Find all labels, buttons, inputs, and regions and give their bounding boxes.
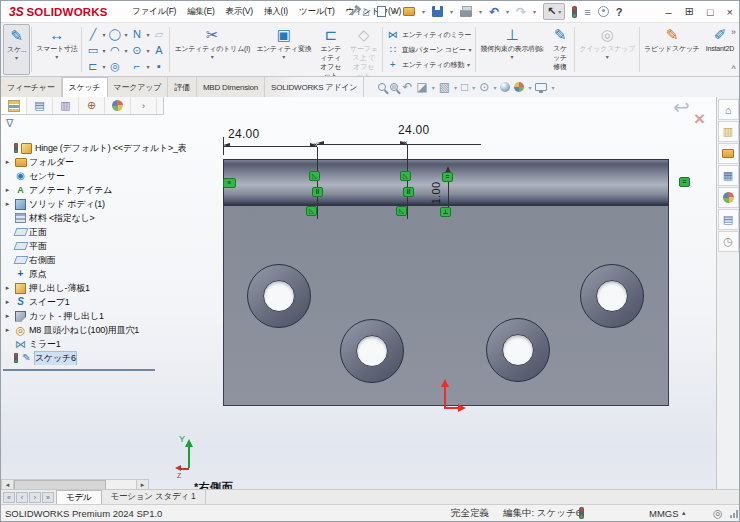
hide-show-items-icon[interactable]: ⊙ bbox=[479, 81, 489, 93]
propertymanager-tab[interactable]: ▤ bbox=[27, 97, 53, 114]
counterbore-hole[interactable] bbox=[340, 319, 404, 383]
relation-badge[interactable]: ≡ bbox=[223, 178, 236, 188]
tab-sketch[interactable]: スケッチ bbox=[62, 77, 108, 97]
dimxpert-tab[interactable]: ⊕ bbox=[79, 97, 105, 114]
select-tool-button[interactable]: ↖▾ bbox=[543, 3, 565, 20]
expand-icon[interactable]: ▸ bbox=[3, 326, 12, 334]
rapid-sketch-button[interactable]: ✎ ラピッドスケッチ bbox=[641, 24, 703, 75]
section-view-icon[interactable]: ◪ bbox=[416, 81, 427, 93]
scrollbar-track[interactable] bbox=[14, 480, 136, 489]
menu-file[interactable]: ファイル(F) bbox=[132, 6, 176, 18]
tree-horizontal-scrollbar[interactable]: ◂ ▸ bbox=[1, 479, 149, 489]
ribbon-collapse-button[interactable]: ^ bbox=[731, 64, 736, 74]
expand-panel-tabs[interactable]: › bbox=[131, 97, 157, 114]
dimension-left[interactable]: 24.00 bbox=[228, 127, 260, 141]
save-icon[interactable] bbox=[432, 6, 443, 17]
relation-badge[interactable]: ◺ bbox=[306, 206, 317, 216]
view-settings-icon[interactable] bbox=[535, 83, 547, 91]
counterbore-hole[interactable] bbox=[247, 264, 311, 328]
apply-scene-icon[interactable] bbox=[514, 82, 524, 92]
display-style-icon[interactable]: □ bbox=[461, 81, 468, 93]
expand-icon[interactable]: ▸ bbox=[3, 186, 12, 194]
perimeter-circle-icon[interactable]: ◎ bbox=[107, 59, 122, 73]
design-library-tab[interactable]: ▥ bbox=[718, 121, 739, 142]
tab-markup[interactable]: マークアップ bbox=[108, 77, 169, 97]
counterbore-hole[interactable] bbox=[580, 264, 644, 328]
rollback-bar[interactable] bbox=[3, 369, 155, 371]
rectangle-icon[interactable]: ▭ bbox=[85, 43, 100, 57]
options-icon[interactable]: ≡ bbox=[584, 6, 590, 18]
appearances-scenes-tab[interactable] bbox=[718, 187, 739, 208]
model-tab[interactable]: モデル bbox=[56, 490, 102, 504]
relation-badge[interactable]: ⊥ bbox=[440, 207, 451, 217]
display-relations-button[interactable]: ⊥ 幾何拘束の表示/削除 ▾ bbox=[477, 24, 546, 75]
expand-icon[interactable]: ▸ bbox=[3, 200, 12, 208]
chevron-down-icon[interactable]: ▾ bbox=[468, 46, 471, 54]
fillet-icon[interactable]: ⌐ bbox=[129, 59, 144, 73]
tab-evaluate[interactable]: 評価 bbox=[168, 77, 197, 97]
hole-bore[interactable] bbox=[596, 280, 628, 312]
help-icon[interactable]: ? bbox=[616, 6, 623, 18]
tab-features[interactable]: フィーチャー bbox=[1, 77, 62, 97]
minimize-button[interactable]: – bbox=[666, 6, 672, 18]
dimension-line-right[interactable] bbox=[317, 144, 481, 145]
dimension-line-left[interactable] bbox=[223, 146, 317, 147]
dimension-thickness[interactable]: 1.00 bbox=[430, 182, 442, 205]
chevron-down-icon[interactable]: ▾ bbox=[15, 54, 18, 62]
sketch-line[interactable] bbox=[317, 147, 318, 219]
spline-icon[interactable]: N bbox=[129, 27, 144, 41]
chevron-down-icon[interactable]: ▾ bbox=[211, 53, 214, 61]
edit-appearance-icon[interactable] bbox=[500, 82, 510, 92]
offset-entities-button[interactable]: ⊏ エンティティ オフセット bbox=[315, 24, 347, 75]
sketch-line[interactable] bbox=[407, 144, 408, 219]
print-icon[interactable] bbox=[460, 10, 472, 17]
view-palette-tab[interactable]: ▦ bbox=[718, 165, 739, 186]
ribbon-overflow-button[interactable]: » bbox=[731, 27, 736, 37]
scroll-right-button[interactable]: ▸ bbox=[136, 480, 148, 489]
tree-item-material[interactable]: 材料 <指定なし> bbox=[1, 211, 186, 225]
prev-tab-button[interactable]: ‹ bbox=[16, 492, 28, 503]
eye-status-icon[interactable]: ◎ bbox=[713, 505, 723, 521]
smart-dimension-button[interactable]: ↔ スマート寸法 ▾ bbox=[33, 24, 80, 75]
solidworks-resources-tab[interactable]: ⌂ bbox=[718, 99, 739, 120]
previous-view-icon[interactable]: ↶ bbox=[402, 81, 412, 93]
relation-badge[interactable]: II bbox=[403, 187, 414, 197]
new-document-icon[interactable] bbox=[377, 6, 386, 17]
trim-entities-button[interactable]: ✂ エンティティのトリム(I) ▾ bbox=[171, 24, 253, 75]
polygon-icon[interactable]: ⊙ bbox=[129, 43, 144, 57]
tree-item-annotations[interactable]: ▸Aアノテート アイテム bbox=[1, 183, 186, 197]
undo-icon[interactable]: ↶ bbox=[489, 5, 499, 19]
point-icon[interactable]: ▪ bbox=[151, 59, 166, 73]
relation-badge[interactable]: ◺ bbox=[309, 171, 320, 181]
zoom-area-icon[interactable] bbox=[390, 83, 398, 91]
menu-edit[interactable]: 編集(E) bbox=[187, 6, 214, 18]
displaymanager-tab[interactable] bbox=[105, 97, 131, 114]
configurationmanager-tab[interactable]: ▥ bbox=[53, 97, 79, 114]
tree-item-origin[interactable]: +原点 bbox=[1, 267, 186, 281]
first-tab-button[interactable]: « bbox=[3, 492, 15, 503]
expand-icon[interactable]: ▸ bbox=[3, 298, 12, 306]
tree-item-front-plane[interactable]: 正面 bbox=[1, 225, 186, 239]
chevron-down-icon[interactable]: ▾ bbox=[467, 61, 470, 69]
expand-icon[interactable]: ▸ bbox=[3, 312, 12, 320]
tree-item-solid-bodies[interactable]: ▸ソリッド ボディ(1) bbox=[1, 197, 186, 211]
slot-icon[interactable]: ⊏ bbox=[85, 59, 100, 73]
mirror-entities-button[interactable]: ⋈ エンティティのミラー bbox=[387, 28, 472, 42]
chevron-down-icon[interactable]: ▾ bbox=[282, 53, 285, 61]
tree-item-right-plane[interactable]: 右側面 bbox=[1, 253, 186, 267]
file-explorer-tab[interactable] bbox=[718, 143, 739, 164]
menu-tools[interactable]: ツール(T) bbox=[299, 6, 335, 18]
maximize-button[interactable]: □ bbox=[707, 6, 714, 18]
ellipse-icon[interactable]: ◠ bbox=[107, 43, 122, 57]
open-icon[interactable] bbox=[403, 7, 415, 16]
tab-mbd-dimension[interactable]: MBD Dimension bbox=[197, 77, 265, 97]
view-orientation-icon[interactable]: ▧ bbox=[439, 81, 450, 93]
text-icon[interactable]: A bbox=[151, 43, 166, 57]
featuremanager-tab[interactable] bbox=[1, 97, 27, 114]
units-selector[interactable]: MMGS bbox=[649, 505, 679, 521]
convert-entities-button[interactable]: ▣ エンティティ変換 ▾ bbox=[253, 24, 314, 75]
tree-item-folder[interactable]: ▸フォルダー bbox=[1, 155, 186, 169]
close-button[interactable]: × bbox=[727, 6, 733, 18]
tab-solidworks-addins[interactable]: SOLIDWORKS アドイン bbox=[265, 77, 364, 97]
hole-bore[interactable] bbox=[356, 335, 388, 367]
